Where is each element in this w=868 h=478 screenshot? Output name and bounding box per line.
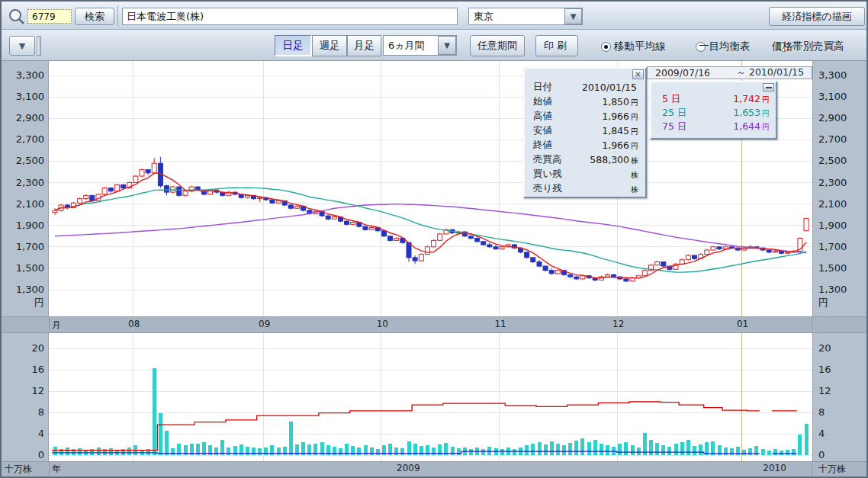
month-tick: 11 [493,319,508,329]
period-value: 6ヵ月間 [384,36,438,55]
quote-info-row: 安値 1,845円 [525,124,645,138]
volume-tick: 0 [818,449,825,460]
price-tick: 1,300 [818,284,847,295]
range-separator: ～ [736,66,746,78]
bar-divider [49,316,50,333]
price-tick: 1,700 [818,241,847,252]
volume-tick: 8 [818,406,825,418]
quote-info-row: 売り残 株 [525,181,645,196]
price-tick: 1,500 [5,262,44,274]
print-button[interactable]: 印刷 [535,35,578,56]
bar-divider [812,316,812,333]
month-axis-left-label: 月 [52,319,61,332]
toolbar-divider [117,5,118,27]
volume-tick: 16 [5,364,44,375]
price-tick: 3,100 [818,91,847,102]
price-tick: 1,500 [818,262,847,274]
volume-tick: 8 [5,406,44,418]
volume-unit: 十万株 [5,463,32,476]
month-tick: 10 [375,319,390,329]
volume-tick: 20 [5,342,44,354]
volume-tick: 0 [5,449,44,460]
period-select[interactable]: 6ヵ月間 ▼ [383,35,457,56]
minimize-icon[interactable] [763,83,774,91]
year-axis-left-label: 年 [52,463,61,476]
price-tick: 2,900 [818,112,847,124]
economic-indicator-button[interactable]: 経済指標の描画 [769,7,865,26]
price-unit: 円 [818,296,828,310]
volume-tick: 4 [818,428,825,439]
radio-label: 一目均衡表 [699,40,751,53]
radio-moving-average[interactable] [601,42,611,52]
month-tick: 01 [735,319,751,329]
year-tick: 2010 [763,463,790,473]
top-toolbar: 検索 東京 ▼ 経済指標の描画 [2,2,866,30]
price-tick: 3,300 [818,69,847,81]
price-tick: 2,100 [818,198,847,210]
price-tick: 2,900 [5,112,44,124]
price-tick: 1,900 [818,220,847,231]
ma-legend-titlebar [651,82,776,92]
quote-info-panel: × 日付 2010/01/15始値 1,850円高値 1,966円安値 1,84… [523,67,647,198]
stock-code-input[interactable] [27,9,72,24]
exchange-value: 東京 [469,8,564,24]
quote-info-row: 売買高 588,300株 [525,152,645,167]
volume-chart[interactable] [49,333,812,461]
ma-legend-row: 25 日 1,653円 [651,106,776,120]
range-start: 2009/07/16 [655,67,710,79]
ma-legend-row: 75 日 1,644円 [651,120,776,133]
exchange-select[interactable]: 東京 ▼ [468,8,583,25]
volume-tick: 20 [818,342,831,354]
volume-tick: 4 [5,428,44,439]
month-tick: 09 [257,319,272,329]
quote-info-row: 始値 1,850円 [525,95,645,109]
month-tick: 12 [611,319,626,329]
chevron-down-icon[interactable]: ▼ [564,8,582,24]
price-tick: 3,300 [5,69,44,81]
volume-unit: 十万株 [818,463,846,476]
year-axis-bar [2,461,866,476]
stock-chart-window: 検索 東京 ▼ 経済指標の描画 ▼ 日足週足月足 6ヵ月間 ▼ 任意期間 印刷 … [0,0,868,478]
stock-name-input[interactable] [122,8,458,25]
collapse-panel-button[interactable]: ▼ [9,36,35,56]
search-icon [8,8,26,26]
chart-toolbar: ▼ 日足週足月足 6ヵ月間 ▼ 任意期間 印刷 移動平均線一目均衡表価格帯別売買… [2,30,866,61]
price-tick: 2,100 [5,198,44,210]
radio-label: 移動平均線 [614,40,666,53]
tab-weekly[interactable]: 週足 [312,35,347,56]
volume-tick: 12 [818,385,831,396]
quote-info-row: 日付 2010/01/15 [525,80,645,95]
ma-legend-panel: 5 日 1,742円25 日 1,653円75 日 1,644円 [650,81,777,140]
range-end: 2010/01/15 [749,66,804,78]
custom-period-button[interactable]: 任意期間 [470,35,525,56]
price-tick: 2,700 [818,133,847,145]
price-tick: 2,300 [818,177,847,188]
price-tick: 1,700 [5,241,44,252]
quote-info-titlebar: × [525,69,645,80]
volume-tick: 12 [5,385,44,396]
quote-info-row: 高値 1,966円 [525,109,645,124]
chevron-down-icon[interactable]: ▼ [438,36,456,55]
quote-info-row: 終値 1,966円 [525,138,645,152]
price-unit: 円 [5,296,44,310]
month-tick: 08 [127,319,142,329]
splitter-handle[interactable] [37,36,41,56]
price-tick: 2,700 [5,133,44,145]
tab-daily[interactable]: 日足 [275,35,312,56]
year-tick: 2009 [397,463,424,473]
quote-info-row: 買い残 株 [525,167,645,181]
radio-label: 価格帯別売買高 [772,40,844,53]
price-tick: 1,900 [5,220,44,231]
volume-tick: 16 [818,364,831,375]
price-tick: 2,500 [5,155,44,166]
price-tick: 2,300 [5,177,44,188]
price-tick: 2,500 [818,155,847,166]
price-tick: 3,100 [5,91,44,102]
search-button[interactable]: 検索 [75,8,114,25]
tab-monthly[interactable]: 月足 [347,35,381,56]
price-tick: 1,300 [5,284,44,295]
close-icon[interactable]: × [632,69,644,79]
ma-legend-row: 5 日 1,742円 [651,92,776,106]
bar-divider [49,461,50,476]
date-range-box: 2009/07/16 ～ 2010/01/15 [647,66,812,79]
